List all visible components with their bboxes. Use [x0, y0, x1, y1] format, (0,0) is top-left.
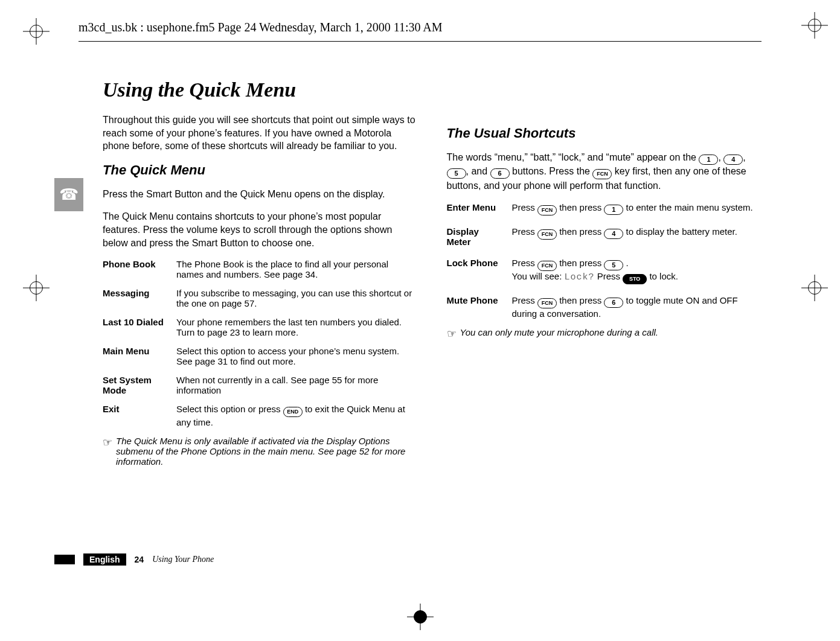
- quick-menu-heading: The Quick Menu: [103, 162, 418, 178]
- page-title: Using the Quick Menu: [103, 78, 418, 101]
- num-6-key-icon: 6: [490, 168, 510, 179]
- qm-item-desc: When not currently in a call. See page 5…: [176, 375, 418, 395]
- shortcut-desc: Press FCN then press 5 . You will see: L…: [512, 258, 762, 284]
- qm-item-label: Set System Mode: [103, 375, 169, 395]
- num-5-key-icon: 5: [604, 260, 623, 270]
- shortcuts-note: ☞ You can only mute your microphone duri…: [447, 327, 762, 340]
- text-fragment: then press: [559, 295, 604, 305]
- shortcut-label: Enter Menu: [447, 202, 501, 215]
- registration-mark-icon: [801, 12, 828, 39]
- usual-shortcuts-intro: The words “menu,” “batt,” “lock,” and “m…: [447, 151, 762, 193]
- qm-item-label: Main Menu: [103, 346, 169, 366]
- lcd-text: Lock?: [565, 272, 595, 282]
- fcn-key-icon: FCN: [537, 205, 557, 215]
- note-text: The Quick Menu is only available if acti…: [116, 436, 418, 467]
- qm-item-label: Phone Book: [103, 259, 169, 279]
- text-fragment: Press: [597, 271, 623, 281]
- text-fragment: The words “menu,” “batt,” “lock,” and “m…: [447, 152, 699, 162]
- qm-item-label: Exit: [103, 404, 169, 427]
- end-key-icon: END: [283, 407, 303, 417]
- shortcut-table: Enter Menu Press FCN then press 1 to ent…: [447, 202, 762, 319]
- registration-mark-icon: [801, 275, 828, 301]
- side-tab-icon: ☎: [54, 178, 83, 211]
- fcn-key-icon: FCN: [537, 229, 557, 240]
- content-area: Using the Quick Menu Throughout this gui…: [103, 78, 761, 550]
- text-fragment: then press: [559, 226, 604, 237]
- text-fragment: Press: [512, 295, 538, 305]
- quick-menu-p2: The Quick Menu contains shortcuts to you…: [103, 210, 418, 249]
- registration-mark-icon: [23, 18, 50, 45]
- footer-language: English: [83, 553, 126, 566]
- footer-black-box: [54, 555, 75, 564]
- shortcut-label: Display Meter: [447, 226, 501, 247]
- text-fragment: to lock.: [649, 271, 678, 281]
- shortcut-desc: Press FCN then press 6 to toggle mute ON…: [512, 295, 762, 319]
- fcn-key-icon: FCN: [537, 261, 557, 271]
- header-rule: [79, 41, 761, 42]
- shortcut-desc: Press FCN then press 4 to display the ba…: [512, 226, 762, 247]
- num-4-key-icon: 4: [604, 229, 623, 239]
- pointing-hand-icon: ☞: [447, 327, 455, 340]
- text-fragment: Press: [512, 258, 538, 268]
- text-fragment: to display the battery meter.: [626, 226, 737, 237]
- text-fragment: Select this option or press: [176, 404, 283, 414]
- text-fragment: buttons. Press the: [512, 166, 592, 176]
- quick-menu-table: Phone Book The Phone Book is the place t…: [103, 259, 418, 427]
- page: m3cd_us.bk : usephone.fm5 Page 24 Wednes…: [0, 0, 840, 641]
- text-fragment: , and: [466, 166, 490, 176]
- num-6-key-icon: 6: [604, 298, 623, 308]
- qm-item-label: Last 10 Dialed: [103, 317, 169, 337]
- num-1-key-icon: 1: [699, 155, 718, 165]
- pointing-hand-icon: ☞: [103, 436, 111, 467]
- qm-item-desc: Your phone remembers the last ten number…: [176, 317, 418, 337]
- quick-menu-p1: Press the Smart Button and the Quick Men…: [103, 188, 418, 201]
- num-4-key-icon: 4: [723, 155, 743, 165]
- text-fragment: .: [626, 258, 629, 268]
- right-column: The Usual Shortcuts The words “menu,” “b…: [447, 78, 762, 550]
- left-column: Using the Quick Menu Throughout this gui…: [103, 78, 418, 550]
- sto-key-icon: STO: [623, 274, 647, 284]
- text-fragment: You will see:: [512, 271, 565, 281]
- num-5-key-icon: 5: [447, 168, 466, 179]
- num-1-key-icon: 1: [604, 205, 623, 215]
- usual-shortcuts-heading: The Usual Shortcuts: [447, 126, 762, 141]
- registration-mark-icon: [407, 604, 434, 630]
- qm-item-desc: Select this option or press END to exit …: [176, 404, 418, 427]
- shortcut-label: Lock Phone: [447, 258, 501, 284]
- footer-page-number: 24: [135, 555, 144, 564]
- shortcut-desc: Press FCN then press 1 to enter the main…: [512, 202, 762, 215]
- fcn-key-icon: FCN: [592, 169, 612, 179]
- footer-section-title: Using Your Phone: [152, 555, 214, 564]
- text-fragment: Press: [512, 202, 538, 212]
- phone-icon: ☎: [59, 185, 79, 204]
- registration-mark-icon: [23, 275, 50, 301]
- text-fragment: to enter the main menu system.: [626, 202, 753, 212]
- qm-item-desc: Select this option to access your phone’…: [176, 346, 418, 366]
- text-fragment: then press: [559, 202, 604, 212]
- qm-item-desc: If you subscribe to messaging, you can u…: [176, 288, 418, 308]
- fcn-key-icon: FCN: [537, 298, 557, 308]
- intro-paragraph: Throughout this guide you will see short…: [103, 113, 418, 153]
- shortcut-label: Mute Phone: [447, 295, 501, 319]
- running-header: m3cd_us.bk : usephone.fm5 Page 24 Wednes…: [79, 21, 443, 34]
- page-footer: English 24 Using Your Phone: [54, 553, 214, 566]
- text-fragment: Press: [512, 226, 538, 237]
- qm-item-label: Messaging: [103, 288, 169, 308]
- text-fragment: then press: [559, 258, 604, 268]
- qm-item-desc: The Phone Book is the place to find all …: [176, 259, 418, 279]
- note-text: You can only mute your microphone during…: [460, 327, 762, 340]
- quick-menu-note: ☞ The Quick Menu is only available if ac…: [103, 436, 418, 467]
